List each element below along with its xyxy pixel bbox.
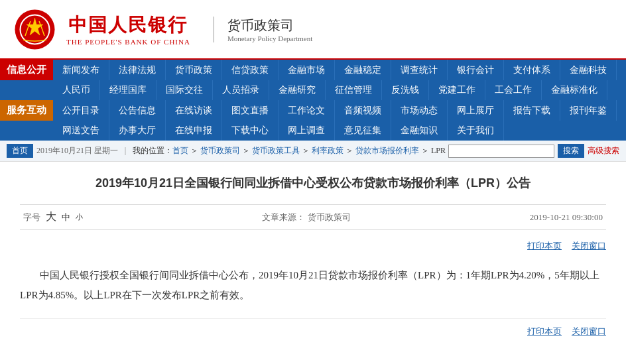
breadcrumb-home-link[interactable]: 首页 [172,146,188,155]
breadcrumb-lpr-link[interactable]: 贷款市场报价利率 [355,146,419,155]
nav-item-download[interactable]: 下载中心 [222,121,279,141]
action-bar-bottom: 打印本页 关闭窗口 [20,318,606,337]
nav-item-aml[interactable]: 反洗钱 [382,80,429,100]
nav-item-treasury[interactable]: 经理国库 [100,80,156,100]
nav-item-credit-mgmt[interactable]: 征信管理 [326,80,382,100]
font-label: 字号 [23,212,40,223]
nav-item-financial-market[interactable]: 金融市场 [279,60,335,80]
article-body: 中国人民银行授权全国银行间同业拆借中心公布，2019年10月21日贷款市场报价利… [20,265,606,305]
nav-item-monetary[interactable]: 货币政策 [166,60,222,80]
print-link-bottom[interactable]: 打印本页 [527,326,562,337]
article-meta: 字号 大 中 小 文章来源： 货币政策司 2019-10-21 09:30:00 [20,204,606,230]
nav-item-about[interactable]: 关于我们 [448,121,504,141]
nav-item-opinion[interactable]: 意见征集 [335,121,391,141]
article-date: 2019-10-21 09:30:00 [530,212,603,223]
nav-item-party[interactable]: 党建工作 [429,80,485,100]
breadcrumb-sep: ｜ [121,145,129,156]
nav-item-union[interactable]: 工会工作 [485,80,542,100]
breadcrumb-rate-link[interactable]: 利率政策 [312,146,344,155]
nav-item-credit[interactable]: 信贷政策 [222,60,279,80]
logo-text: 中国人民银行 THE PEOPLE'S BANK OF CHINA [66,13,190,46]
nav-item-law[interactable]: 法律法规 [109,60,166,80]
nav-item-recruitment[interactable]: 人员招录 [213,80,269,100]
nav-row-1: 信息公开 新闻发布 法律法规 货币政策 信贷政策 金融市场 金融稳定 调查统计 … [0,60,626,80]
bank-name-english: THE PEOPLE'S BANK OF CHINA [66,38,190,46]
nav-item-fintech[interactable]: 金融科技 [560,60,617,80]
source-value: 货币政策司 [308,212,351,222]
nav-item-papers[interactable]: 工作论文 [279,100,335,121]
nav-item-survey[interactable]: 调查统计 [391,60,448,80]
font-size-control: 字号 大 中 小 [23,210,83,224]
nav-item-survey2[interactable]: 网上调查 [279,121,335,141]
close-link-top[interactable]: 关闭窗口 [572,240,606,252]
nav-item-payment[interactable]: 支付体系 [504,60,560,80]
nav-item-standards[interactable]: 金融标准化 [542,80,607,100]
font-medium-button[interactable]: 中 [62,212,70,223]
nav-item-banking[interactable]: 银行会计 [448,60,504,80]
dept-name-english: Monetary Policy Department [227,34,312,42]
department-area: 货币政策司 Monetary Policy Department [214,17,312,42]
breadcrumb-bar: 首页 2019年10月21日 星期一 ｜ 我的位置：首页 ＞ 货币政策司 ＞ 货… [0,141,626,162]
dept-name-chinese: 货币政策司 [227,17,312,34]
nav-item-interview[interactable]: 在线访谈 [166,100,222,121]
article-source: 文章来源： 货币政策司 [262,212,350,223]
breadcrumb-current: LPR [431,146,446,155]
nav-item-online-hall[interactable]: 网上展厅 [448,100,504,121]
action-bar-top: 打印本页 关闭窗口 [20,240,606,252]
breadcrumb-path: 我的位置：首页 ＞ 货币政策司 ＞ 货币政策工具 ＞ 利率政策 ＞ 贷款市场报价… [133,145,446,156]
print-link-top[interactable]: 打印本页 [527,240,562,252]
nav-row-2: 人民币 经理国库 国际交往 人员招录 金融研究 征信管理 反洗钱 党建工作 工会… [0,80,626,100]
close-link-bottom[interactable]: 关闭窗口 [572,326,606,337]
pboc-emblem-icon [13,8,56,51]
search-area: 搜索 高级搜索 [448,144,619,158]
breadcrumb-left: 首页 2019年10月21日 星期一 ｜ 我的位置：首页 ＞ 货币政策司 ＞ 货… [7,144,446,158]
nav-item-renminbi[interactable]: 人民币 [53,80,100,100]
nav-item-video[interactable]: 音频视频 [335,100,391,121]
nav-row-4: 网送文告 办事大厅 在线申报 下载中心 网上调查 意见征集 金融知识 关于我们 [0,121,626,141]
nav-item-research[interactable]: 金融研究 [269,80,326,100]
nav-item-live[interactable]: 图文直播 [222,100,279,121]
nav-item-webfile[interactable]: 网送文告 [53,121,109,141]
font-large-button[interactable]: 大 [46,210,56,224]
nav-item-online-report[interactable]: 在线申报 [166,121,222,141]
breadcrumb-date: 2019年10月21日 星期一 [36,145,118,156]
nav-row-3: 服务互动 公开目录 公告信息 在线访谈 图文直播 工作论文 音频视频 市场动态 … [0,100,626,121]
home-button[interactable]: 首页 [7,144,33,158]
navigation: 信息公开 新闻发布 法律法规 货币政策 信贷政策 金融市场 金融稳定 调查统计 … [0,60,626,141]
breadcrumb-dept-link[interactable]: 货币政策司 [200,146,240,155]
nav-item-periodical[interactable]: 报刊年鉴 [560,100,617,121]
article-content: 2019年10月21日全国银行间同业拆借中心受权公布贷款市场报价利率（LPR）公… [0,162,626,351]
font-small-button[interactable]: 小 [76,212,83,222]
search-input[interactable] [448,145,554,158]
bank-name-chinese: 中国人民银行 [68,13,188,38]
advanced-search-link[interactable]: 高级搜索 [588,145,619,156]
nav-item-financial-stability[interactable]: 金融稳定 [335,60,391,80]
nav-item-reports[interactable]: 报告下载 [504,100,560,121]
nav-item-international[interactable]: 国际交往 [156,80,213,100]
source-label: 文章来源： [262,212,305,222]
nav-item-market-dynamics[interactable]: 市场动态 [391,100,448,121]
search-button[interactable]: 搜索 [558,144,584,158]
article-title: 2019年10月21日全国银行间同业拆借中心受权公布贷款市场报价利率（LPR）公… [20,175,606,191]
nav-item-service-hall[interactable]: 办事大厅 [109,121,166,141]
nav-section-label-info: 信息公开 [0,60,53,80]
breadcrumb-tools-link[interactable]: 货币政策工具 [252,146,300,155]
nav-section-label-service: 服务互动 [0,100,53,121]
page-header: 中国人民银行 THE PEOPLE'S BANK OF CHINA 货币政策司 … [0,0,626,60]
nav-item-catalog[interactable]: 公开目录 [53,100,109,121]
nav-item-fin-knowledge[interactable]: 金融知识 [391,121,448,141]
logo-area: 中国人民银行 THE PEOPLE'S BANK OF CHINA 货币政策司 … [13,8,312,51]
nav-item-news[interactable]: 新闻发布 [53,60,109,80]
nav-item-notice[interactable]: 公告信息 [109,100,166,121]
